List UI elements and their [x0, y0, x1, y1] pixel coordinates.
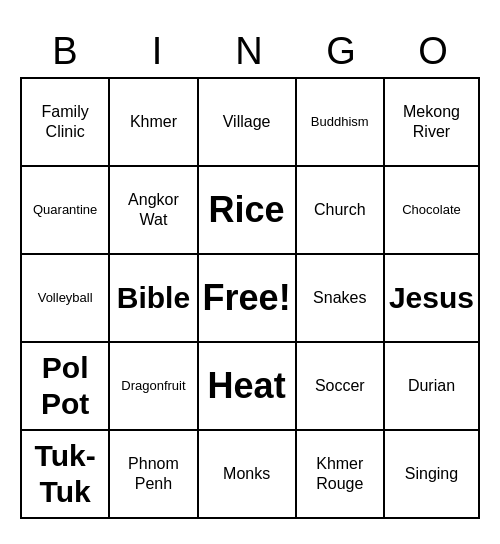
cell-text: Khmer	[130, 112, 177, 131]
cell-text: Quarantine	[33, 202, 97, 218]
header-letter: O	[388, 26, 480, 77]
bingo-cell: PolPot	[22, 343, 110, 431]
bingo-cell: FamilyClinic	[22, 79, 110, 167]
bingo-header: BINGO	[20, 26, 480, 77]
cell-text: Monks	[223, 464, 270, 483]
bingo-cell: KhmerRouge	[297, 431, 385, 519]
bingo-cell: Rice	[199, 167, 297, 255]
bingo-cell: Village	[199, 79, 297, 167]
cell-text: AngkorWat	[128, 190, 179, 228]
cell-text: Village	[223, 112, 271, 131]
bingo-cell: Dragonfruit	[110, 343, 198, 431]
cell-text: MekongRiver	[403, 102, 460, 140]
bingo-cell: Khmer	[110, 79, 198, 167]
cell-text: Bible	[117, 280, 190, 316]
bingo-cell: Jesus	[385, 255, 480, 343]
bingo-cell: Heat	[199, 343, 297, 431]
bingo-cell: Tuk-Tuk	[22, 431, 110, 519]
bingo-cell: Buddhism	[297, 79, 385, 167]
cell-text: Snakes	[313, 288, 366, 307]
bingo-cell: Volleyball	[22, 255, 110, 343]
bingo-grid: FamilyClinicKhmerVillageBuddhismMekongRi…	[20, 77, 480, 519]
bingo-cell: MekongRiver	[385, 79, 480, 167]
cell-text: Heat	[208, 364, 286, 407]
cell-text: Rice	[209, 188, 285, 231]
cell-text: Volleyball	[38, 290, 93, 306]
bingo-cell: Durian	[385, 343, 480, 431]
cell-text: Singing	[405, 464, 458, 483]
cell-text: Chocolate	[402, 202, 461, 218]
bingo-cell: Soccer	[297, 343, 385, 431]
bingo-cell: Monks	[199, 431, 297, 519]
cell-text: Jesus	[389, 280, 474, 316]
bingo-cell: Bible	[110, 255, 198, 343]
cell-text: Soccer	[315, 376, 365, 395]
header-letter: N	[204, 26, 296, 77]
cell-text: Church	[314, 200, 366, 219]
bingo-cell: Chocolate	[385, 167, 480, 255]
bingo-cell: Free!	[199, 255, 297, 343]
cell-text: Dragonfruit	[121, 378, 185, 394]
bingo-cell: PhnomPenh	[110, 431, 198, 519]
bingo-cell: Quarantine	[22, 167, 110, 255]
header-letter: G	[296, 26, 388, 77]
header-letter: B	[20, 26, 112, 77]
cell-text: Tuk-Tuk	[35, 438, 96, 510]
cell-text: FamilyClinic	[42, 102, 89, 140]
cell-text: PolPot	[41, 350, 89, 422]
bingo-cell: AngkorWat	[110, 167, 198, 255]
cell-text: KhmerRouge	[316, 454, 363, 492]
bingo-board: BINGO FamilyClinicKhmerVillageBuddhismMe…	[20, 26, 480, 519]
cell-text: Durian	[408, 376, 455, 395]
bingo-cell: Singing	[385, 431, 480, 519]
bingo-cell: Snakes	[297, 255, 385, 343]
cell-text: Buddhism	[311, 114, 369, 130]
cell-text: Free!	[203, 276, 291, 319]
bingo-cell: Church	[297, 167, 385, 255]
cell-text: PhnomPenh	[128, 454, 179, 492]
header-letter: I	[112, 26, 204, 77]
